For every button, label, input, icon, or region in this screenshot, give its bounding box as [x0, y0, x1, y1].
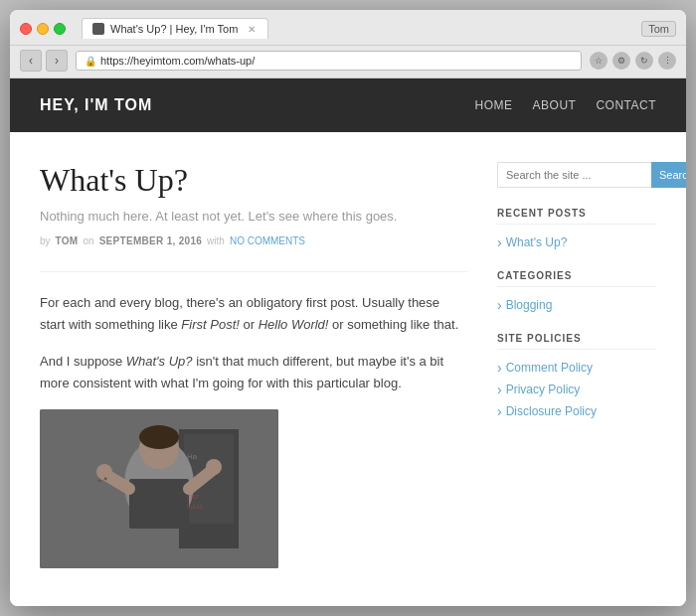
svg-text:Ha: Ha	[187, 452, 198, 461]
tab-favicon-icon	[92, 23, 104, 35]
divider	[40, 271, 467, 272]
bookmark-icon[interactable]: ☆	[590, 52, 608, 70]
site-content: What's Up? Nothing much here. At least n…	[10, 132, 686, 606]
recent-post-whats-up[interactable]: What's Up?	[497, 234, 656, 250]
policies-widget: SITE POLICIES Comment Policy Privacy Pol…	[497, 333, 656, 419]
browser-titlebar: What's Up? | Hey, I'm Tom ✕ Tom	[10, 10, 686, 45]
with-label: with	[207, 235, 225, 246]
address-bar[interactable]: 🔒 https://heyimtom.com/whats-up/	[76, 51, 582, 71]
back-button[interactable]: ‹	[20, 50, 42, 72]
website: HEY, I'M TOM HOME ABOUT CONTACT What's U…	[10, 78, 686, 606]
post-author: TOM	[56, 235, 79, 246]
svg-rect-6	[129, 479, 189, 529]
maximize-button[interactable]	[54, 23, 66, 35]
policies-title: SITE POLICIES	[497, 333, 656, 350]
search-input[interactable]	[497, 162, 651, 188]
post-paragraph-1: For each and every blog, there's an obli…	[40, 292, 467, 336]
menu-icon[interactable]: ⋮	[658, 52, 676, 70]
categories-widget: CATEGORIES Blogging	[497, 270, 656, 313]
ssl-lock-icon: 🔒	[85, 56, 96, 67]
categories-title: CATEGORIES	[497, 270, 656, 287]
tab-bar: What's Up? | Hey, I'm Tom ✕	[82, 18, 633, 39]
privacy-policy-link[interactable]: Privacy Policy	[497, 382, 656, 397]
post-paragraph-2: And I suppose What's Up? isn't that much…	[40, 351, 467, 394]
browser-user-label: Tom	[641, 21, 676, 37]
nav-buttons: ‹ ›	[20, 50, 68, 72]
browser-window: What's Up? | Hey, I'm Tom ✕ Tom ‹ › 🔒 ht…	[10, 10, 686, 606]
recent-posts-widget: RECENT POSTS What's Up?	[497, 208, 656, 250]
nav-home[interactable]: HOME	[475, 98, 513, 112]
svg-text:PLEAS: PLEAS	[187, 504, 204, 510]
browser-toolbar: ‹ › 🔒 https://heyimtom.com/whats-up/ ☆ ⚙…	[10, 45, 686, 77]
site-logo: HEY, I'M TOM	[40, 96, 152, 114]
forward-button[interactable]: ›	[46, 50, 68, 72]
extensions-icon[interactable]: ⚙	[612, 52, 630, 70]
minimize-button[interactable]	[37, 23, 49, 35]
main-content: What's Up? Nothing much here. At least n…	[40, 162, 467, 576]
site-navigation: HOME ABOUT CONTACT	[475, 98, 656, 112]
post-title: What's Up?	[40, 162, 467, 199]
traffic-lights	[20, 23, 66, 35]
tab-title: What's Up? | Hey, I'm Tom	[110, 23, 238, 35]
post-image: ✦✦ Ha LIST PLEAS	[40, 409, 278, 568]
italic-first-post: First Post!	[181, 317, 240, 332]
comments-link[interactable]: NO COMMENTS	[230, 235, 305, 246]
post-meta: by TOM on SEPTEMBER 1, 2016 with NO COMM…	[40, 235, 467, 246]
search-button[interactable]: Search	[651, 162, 686, 188]
comment-policy-link[interactable]: Comment Policy	[497, 360, 656, 376]
sidebar: Search RECENT POSTS What's Up? CATEGORIE…	[497, 162, 656, 576]
nav-contact[interactable]: CONTACT	[596, 98, 656, 112]
site-header: HEY, I'M TOM HOME ABOUT CONTACT	[10, 78, 686, 132]
on-label: on	[84, 235, 94, 246]
browser-tab[interactable]: What's Up? | Hey, I'm Tom ✕	[82, 18, 268, 39]
category-blogging[interactable]: Blogging	[497, 297, 656, 313]
disclosure-policy-link[interactable]: Disclosure Policy	[497, 403, 656, 419]
post-body: For each and every blog, there's an obli…	[40, 292, 467, 568]
italic-whats-up: What's Up?	[126, 354, 193, 369]
nav-about[interactable]: ABOUT	[533, 98, 577, 112]
browser-chrome: What's Up? | Hey, I'm Tom ✕ Tom ‹ › 🔒 ht…	[10, 10, 686, 78]
post-subtitle: Nothing much here. At least not yet. Let…	[40, 209, 467, 224]
svg-text:LIST: LIST	[187, 494, 200, 500]
search-box: Search	[497, 162, 656, 188]
address-text: https://heyimtom.com/whats-up/	[100, 55, 255, 67]
recent-posts-title: RECENT POSTS	[497, 208, 656, 225]
svg-point-5	[139, 425, 179, 449]
by-label: by	[40, 235, 51, 246]
svg-point-10	[206, 459, 222, 475]
tab-close-icon[interactable]: ✕	[248, 24, 256, 35]
refresh-icon[interactable]: ↻	[635, 52, 653, 70]
italic-hello-world: Hello World!	[259, 317, 329, 332]
post-date: SEPTEMBER 1, 2016	[99, 235, 202, 246]
close-button[interactable]	[20, 23, 32, 35]
search-widget: Search	[497, 162, 656, 188]
toolbar-icons: ☆ ⚙ ↻ ⋮	[590, 52, 676, 70]
